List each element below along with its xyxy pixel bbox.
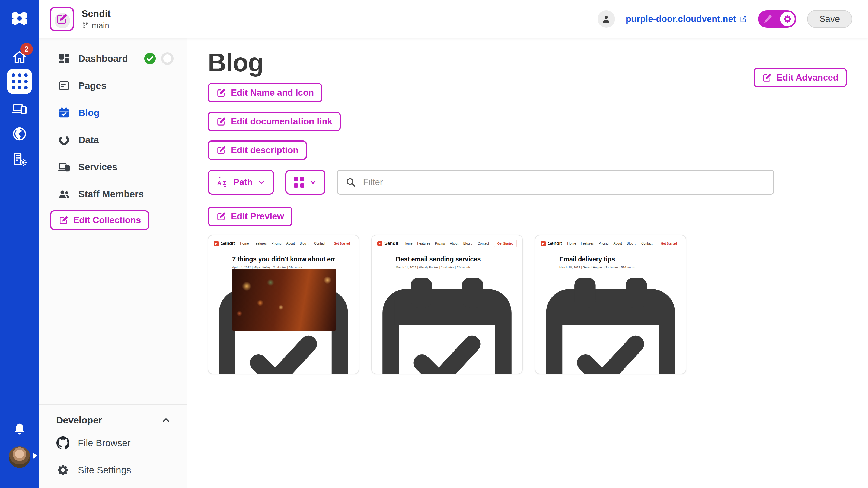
preview-heading: Best email sending services — [396, 255, 498, 263]
sort-button[interactable]: AZ Path — [208, 170, 274, 195]
sidebar-item-staff-members[interactable]: Staff Members — [39, 181, 187, 208]
preview-heading: Email delivery tips — [559, 255, 662, 263]
services-icon — [58, 161, 70, 173]
sidebar-item-label: Data — [79, 134, 99, 145]
notifications-item[interactable] — [0, 422, 39, 437]
sidebar-item-file-browser[interactable]: File Browser — [39, 429, 187, 457]
developer-header[interactable]: Developer — [39, 405, 187, 429]
icon-rail: 2 — [0, 0, 39, 488]
git-branch-icon — [82, 22, 89, 29]
gear-icon — [782, 14, 792, 24]
github-icon — [56, 436, 70, 450]
chevron-up-icon — [161, 415, 171, 425]
post-thumbnail — [396, 269, 499, 331]
collection-item-card[interactable]: Sendit HomeFeaturesPricingAboutBlogConta… — [208, 235, 359, 374]
sidebar-item-label: Services — [79, 162, 118, 172]
toggle-knob — [780, 12, 795, 26]
sidebar-item-label: Blog — [79, 107, 99, 118]
developer-section: Developer File Browser Site Settings — [39, 404, 187, 488]
collections-nav-item[interactable] — [7, 69, 32, 94]
sendit-logo: Sendit — [214, 241, 235, 246]
external-link-icon — [739, 15, 747, 23]
pages-icon — [58, 79, 70, 92]
edit-description-button[interactable]: Edit description — [208, 140, 307, 160]
cloudcannon-logo[interactable] — [8, 6, 31, 30]
topbar-right: purple-door.cloudvent.net Save — [597, 10, 852, 28]
data-icon — [58, 134, 70, 146]
edit-pencil-icon — [56, 13, 68, 25]
list-toolbar: AZ Path — [208, 170, 868, 195]
sidebar-item-label: Dashboard — [79, 53, 128, 64]
preview-heading: 7 things you didn't know about email — [232, 255, 335, 263]
expand-arrow-icon[interactable] — [33, 452, 41, 459]
sidebar-item-data[interactable]: Data — [39, 126, 187, 154]
dashboard-status — [144, 52, 174, 65]
sidebar-item-pages[interactable]: Pages — [39, 72, 187, 99]
sidebar-item-label: Site Settings — [78, 465, 131, 476]
sidebar-item-blog[interactable]: Blog — [39, 99, 187, 126]
save-button[interactable]: Save — [807, 10, 852, 28]
sidebar-item-label: Staff Members — [79, 189, 144, 199]
edit-pencil-icon — [216, 212, 226, 222]
preview-meta: April 14, 2022 | Miyah Kelley | 2 minute… — [232, 266, 335, 269]
globe-nav-item[interactable] — [0, 126, 39, 142]
organization-nav-item[interactable] — [0, 151, 39, 167]
person-icon — [601, 14, 611, 24]
apps-grid-icon — [12, 73, 28, 90]
site-url: purple-door.cloudvent.net — [626, 14, 736, 24]
branch-selector[interactable]: main — [82, 21, 111, 30]
filter-field — [337, 170, 774, 195]
sort-label: Path — [233, 177, 253, 187]
button-label: Edit Advanced — [777, 72, 838, 83]
globe-icon — [12, 126, 27, 142]
edit-documentation-link-button[interactable]: Edit documentation link — [208, 112, 341, 131]
user-avatar[interactable] — [597, 10, 615, 28]
sidebar-item-label: File Browser — [78, 437, 130, 448]
collection-nav: Dashboard Pages Blog Data Services Staff… — [39, 38, 187, 208]
topbar: Sendit main purple-door.cloudvent.net Sa… — [39, 0, 868, 38]
page-preview: Sendit HomeFeaturesPricingAboutBlogConta… — [208, 235, 359, 269]
developer-label: Developer — [56, 415, 102, 426]
preview-cta: Get Started — [658, 240, 680, 247]
preview-nav: HomeFeaturesPricingAboutBlogContact — [240, 241, 325, 246]
button-label: Edit documentation link — [231, 116, 332, 127]
button-label: Edit Name and Icon — [231, 88, 314, 98]
profile-avatar[interactable] — [9, 446, 30, 468]
chevron-down-icon — [257, 178, 266, 186]
branch-name: main — [92, 21, 109, 30]
collection-icon-button[interactable] — [50, 7, 74, 31]
home-nav-item[interactable]: 2 — [0, 50, 39, 65]
edit-name-icon-button[interactable]: Edit Name and Icon — [208, 83, 322, 102]
gear-icon — [56, 463, 70, 477]
preview-cta: Get Started — [331, 240, 353, 247]
filter-input[interactable] — [363, 177, 766, 188]
preview-cta: Get Started — [494, 240, 517, 247]
sidebar-item-site-settings[interactable]: Site Settings — [39, 457, 187, 484]
preview-meta: March 11, 2022 | Wendy Parkes | 2 minute… — [396, 266, 498, 269]
post-thumbnail — [232, 269, 336, 331]
collection-item-card[interactable]: Sendit HomeFeaturesPricingAboutBlogConta… — [371, 235, 523, 374]
preview-meta: March 10, 2022 | Gerard Hopper | 2 minut… — [559, 266, 662, 269]
site-link[interactable]: purple-door.cloudvent.net — [626, 14, 747, 24]
sidebar-item-services[interactable]: Services — [39, 154, 187, 181]
edit-preview-button[interactable]: Edit Preview — [208, 206, 292, 226]
empty-circle-toggle[interactable] — [161, 52, 174, 65]
edit-pencil-icon — [216, 117, 226, 127]
view-mode-button[interactable] — [285, 170, 326, 195]
edit-collections-button[interactable]: Edit Collections — [50, 210, 149, 230]
sidebar-item-label: Pages — [79, 80, 106, 91]
check-circle-icon[interactable] — [144, 52, 156, 65]
people-icon — [58, 188, 70, 200]
svg-text:A: A — [217, 180, 221, 186]
collection-item-card[interactable]: Sendit HomeFeaturesPricingAboutBlogConta… — [535, 235, 686, 374]
sendit-logo: Sendit — [377, 241, 399, 246]
edit-advanced-button[interactable]: Edit Advanced — [753, 68, 847, 87]
editing-mode-toggle[interactable] — [758, 10, 796, 28]
grid-view-icon — [294, 177, 304, 188]
sidebar-item-dashboard[interactable]: Dashboard — [39, 45, 187, 72]
sidebar: Dashboard Pages Blog Data Services Staff… — [39, 38, 187, 488]
edit-collections-label: Edit Collections — [73, 215, 141, 225]
page-preview: Sendit HomeFeaturesPricingAboutBlogConta… — [535, 235, 686, 269]
devices-nav-item[interactable] — [0, 101, 39, 117]
pencil-icon — [763, 14, 773, 24]
